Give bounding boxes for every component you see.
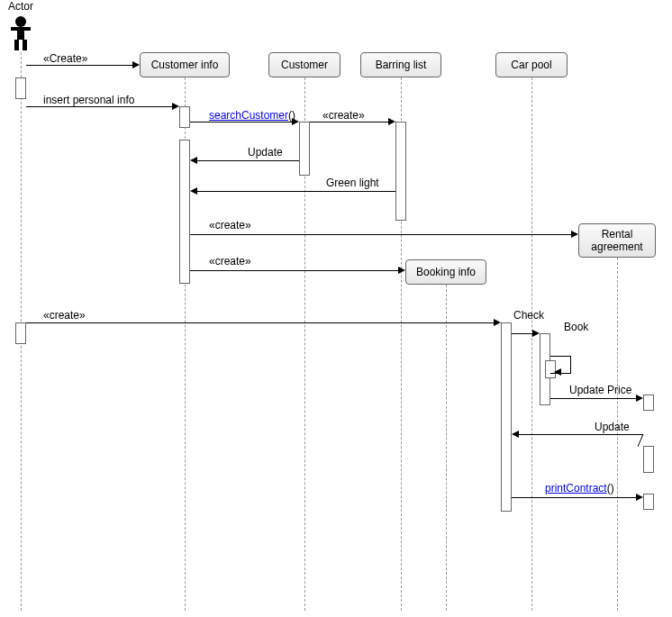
- activation-actor-1: [15, 77, 26, 99]
- msg-create-9-label: «create»: [43, 309, 86, 322]
- activation-actor-2: [15, 322, 26, 344]
- msg-create-booking-arrow: [398, 267, 405, 274]
- lifeline-customer-info: Customer info: [140, 52, 230, 77]
- msg-book-arrow: [532, 330, 540, 337]
- msg-greenlight-line: [197, 191, 395, 192]
- msg-create-1-label: «Create»: [43, 52, 87, 65]
- activation-custinfo-1: [179, 106, 190, 128]
- msg-book-line: [512, 333, 532, 334]
- msg-create-rental-label: «create»: [209, 219, 251, 231]
- msg-search-arrow: [292, 118, 299, 125]
- msg-print-link[interactable]: printContract: [545, 482, 607, 495]
- msg-create-barring-label: «create»: [322, 109, 365, 122]
- msg-insert-arrow: [172, 103, 179, 110]
- msg-search-label: searchCustomer(): [209, 109, 295, 122]
- msg-update-price-arrow: [636, 395, 643, 402]
- msg-create-booking-label: «create»: [209, 255, 251, 268]
- msg-greenlight-label: Green light: [326, 177, 379, 189]
- msg-book-self-arrow: [554, 368, 561, 376]
- msg-print-line: [512, 497, 636, 498]
- svg-rect-4: [23, 40, 27, 50]
- activation-barring-1: [395, 122, 406, 221]
- msg-create-9-arrow: [494, 319, 501, 326]
- lifeline-booking-info: Booking info: [405, 259, 486, 285]
- msg-book-label: Book: [564, 321, 588, 333]
- msg-update-price-label: Update Price: [569, 384, 631, 396]
- msg-create-9-line: [26, 322, 494, 323]
- msg-update-2-line: [519, 434, 643, 435]
- lifeline-barring-list: Barring list: [360, 52, 441, 77]
- msg-update-2-slant: [638, 434, 652, 449]
- activation-print: [643, 494, 654, 510]
- msg-create-1-arrow: [132, 61, 140, 68]
- lifeline-customer: Customer: [268, 52, 341, 77]
- lifeline-rental-agreement: Rental agreement: [578, 223, 656, 258]
- activation-update: [643, 446, 654, 473]
- msg-print-label: printContract(): [545, 482, 614, 495]
- msg-create-1-line: [26, 65, 132, 66]
- msg-insert-label: insert personal info: [43, 94, 134, 106]
- activation-customer-1: [299, 122, 310, 176]
- msg-check-label: Check: [513, 309, 544, 322]
- activation-check: [501, 322, 512, 512]
- msg-update-price-line: [550, 398, 636, 399]
- rental-agreement-label: Rental agreement: [591, 228, 642, 254]
- svg-rect-3: [14, 40, 19, 50]
- msg-insert-line: [26, 106, 172, 107]
- lifeline-car-pool: Car pool: [495, 52, 568, 77]
- msg-create-rental-line: [190, 234, 571, 235]
- msg-search-link[interactable]: searchCustomer: [209, 109, 288, 122]
- svg-rect-2: [17, 27, 24, 40]
- lifeline-car-pool-dash: [531, 77, 532, 611]
- msg-create-rental-arrow: [571, 231, 578, 238]
- msg-search-line: [190, 122, 292, 122]
- msg-create-booking-line: [190, 270, 398, 271]
- svg-line-5: [638, 434, 643, 447]
- activation-update-price: [643, 395, 654, 411]
- svg-point-0: [15, 16, 26, 27]
- msg-create-barring-arrow: [388, 118, 395, 125]
- msg-update-2-arrow: [512, 431, 519, 438]
- actor: Actor: [7, 0, 34, 50]
- msg-greenlight-arrow: [190, 187, 197, 195]
- msg-update-arrow: [190, 157, 197, 164]
- activation-custinfo-2: [179, 140, 190, 284]
- actor-icon: [7, 14, 34, 50]
- sequence-diagram: Actor Customer info Customer Barring lis…: [0, 0, 672, 617]
- actor-label: Actor: [7, 0, 34, 13]
- msg-print-arrow: [636, 494, 643, 501]
- lifeline-booking-info-dash: [446, 285, 447, 611]
- msg-update-line: [197, 160, 299, 161]
- msg-update-2-label: Update: [595, 421, 630, 433]
- msg-create-barring-line: [310, 122, 388, 122]
- msg-update-label: Update: [248, 146, 283, 159]
